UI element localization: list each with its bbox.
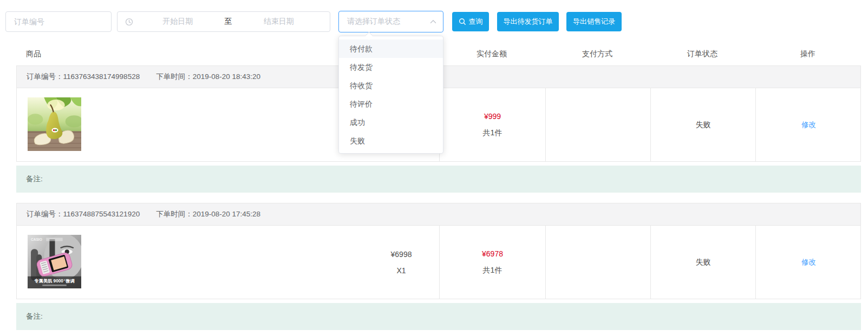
order-admin-page: 开始日期 至 结束日期 请选择订单状态 查询 导出待发货订单 导出销售记录 商品…: [0, 0, 868, 336]
search-icon: [459, 18, 466, 25]
header-paid-amount: 实付金额: [439, 42, 545, 65]
order-status-text: 失败: [696, 120, 711, 130]
start-date-placeholder: 开始日期: [134, 17, 221, 27]
paid-count: 共1件: [483, 266, 502, 275]
order-number-input[interactable]: [5, 11, 112, 32]
remark-row: 备注:: [16, 303, 861, 330]
pay-method-cell: [545, 226, 650, 299]
export-sales-records-button[interactable]: 导出销售记录: [566, 12, 622, 31]
remark-label: 备注:: [26, 312, 43, 321]
option-pending-review[interactable]: 待评价: [339, 95, 443, 113]
unit-qty: X1: [396, 266, 406, 275]
action-cell: 修改: [755, 226, 862, 299]
export-sales-records-label: 导出销售记录: [573, 17, 615, 27]
search-button-label: 查询: [469, 17, 483, 27]
option-failed[interactable]: 失败: [339, 131, 443, 150]
svg-text:CASIO: CASIO: [31, 238, 42, 241]
clock-icon: [125, 18, 133, 26]
date-range-picker[interactable]: 开始日期 至 结束日期: [117, 11, 330, 32]
product-cell: CASIO 专属美肌 9000⁺微调 ¥6998 X1: [17, 226, 439, 299]
pay-method-cell: [545, 88, 650, 161]
order-time: 下单时间：2019-08-20 18:43:20: [156, 72, 260, 82]
product-image-camera: CASIO 专属美肌 9000⁺微调: [28, 235, 81, 288]
option-pending-payment[interactable]: 待付款: [339, 39, 443, 58]
option-pending-shipment[interactable]: 待发货: [339, 58, 443, 76]
order-status-cell: 失败: [650, 226, 755, 299]
order-number: 订单编号：1163748875543121920: [27, 209, 140, 219]
remark-row: 备注:: [16, 166, 861, 193]
header-order-status: 订单状态: [650, 42, 755, 65]
paid-amount: ¥6978: [482, 249, 503, 258]
order-number: 订单编号：1163763438174998528: [27, 72, 140, 82]
product-image-pear: [28, 97, 81, 151]
order-row: CASIO 专属美肌 9000⁺微调 ¥6998 X1 ¥6978 共1件: [16, 226, 861, 299]
remark-label: 备注:: [26, 174, 43, 184]
date-range-separator: 至: [221, 17, 236, 27]
order-block: 订单编号：1163748875543121920 下单时间：2019-08-20…: [16, 203, 861, 330]
order-status-text: 失败: [696, 258, 711, 267]
export-pending-orders-button[interactable]: 导出待发货订单: [497, 12, 559, 31]
unit-price: ¥6998: [391, 250, 412, 259]
header-pay-method: 支付方式: [545, 42, 650, 65]
end-date-placeholder: 结束日期: [236, 17, 323, 27]
export-pending-orders-label: 导出待发货订单: [504, 17, 553, 27]
action-cell: 修改: [755, 88, 862, 161]
header-action: 操作: [755, 42, 861, 65]
order-header: 订单编号：1163748875543121920 下单时间：2019-08-20…: [16, 203, 861, 226]
chevron-up-icon: [430, 19, 436, 24]
modify-link[interactable]: 修改: [801, 120, 816, 130]
order-status-select-placeholder: 请选择订单状态: [347, 17, 430, 27]
paid-count: 共1件: [483, 128, 502, 138]
order-time: 下单时间：2019-08-20 17:45:28: [156, 209, 260, 219]
paid-amount-cell: ¥999 共1件: [439, 88, 545, 161]
unit-price-block: ¥6998 X1: [363, 226, 439, 299]
paid-amount-cell: ¥6978 共1件: [439, 226, 545, 299]
status-dropdown: 待付款 待发货 待收货 待评价 成功 失败: [338, 36, 443, 154]
search-button[interactable]: 查询: [452, 12, 489, 31]
svg-text:专属美肌 9000⁺微调: 专属美肌 9000⁺微调: [34, 278, 75, 284]
paid-amount: ¥999: [484, 112, 501, 121]
header-product: 商品: [26, 42, 41, 65]
option-success[interactable]: 成功: [339, 113, 443, 131]
order-status-select[interactable]: 请选择订单状态: [338, 11, 443, 32]
option-pending-receipt[interactable]: 待收货: [339, 76, 443, 95]
modify-link[interactable]: 修改: [801, 258, 816, 267]
order-status-cell: 失败: [650, 88, 755, 161]
